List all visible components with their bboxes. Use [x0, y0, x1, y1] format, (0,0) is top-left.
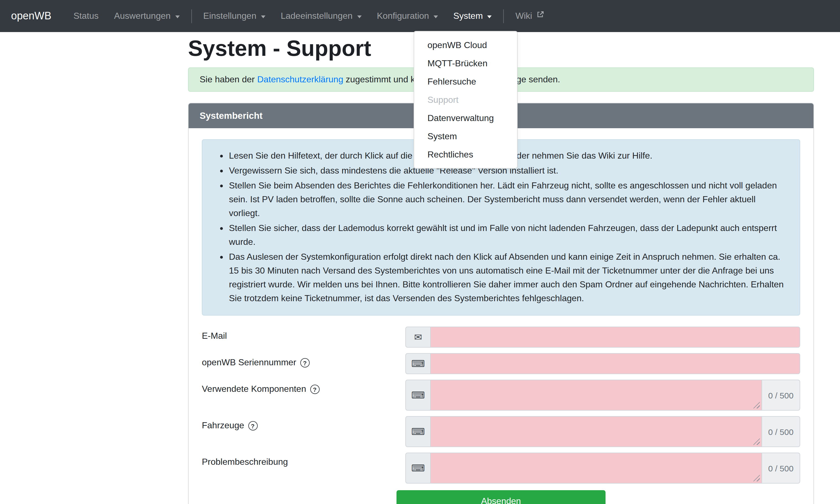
- nav-item-label: Auswertungen: [114, 11, 171, 21]
- email-input[interactable]: [431, 327, 800, 348]
- input-prepend: ⌨: [405, 380, 431, 411]
- keyboard-icon: ⌨: [411, 359, 425, 368]
- problembeschreibung-textarea-wrap: [431, 453, 762, 484]
- nav-divider: [191, 9, 192, 23]
- question-glyph: ?: [303, 359, 307, 366]
- top-navbar: openWB Status Auswertungen Einstellungen…: [0, 0, 840, 32]
- info-bullet: Das Auslesen der Systemkonfiguration erf…: [229, 250, 787, 305]
- nav-item-auswertungen[interactable]: Auswertungen: [106, 6, 187, 26]
- absenden-button[interactable]: Absenden: [397, 490, 606, 504]
- char-counter: 0 / 500: [762, 380, 800, 411]
- privacy-policy-link[interactable]: Datenschutzerklärung: [257, 75, 343, 84]
- system-dropdown-menu: openWB Cloud MQTT-Brücken Fehlersuche Su…: [414, 31, 518, 168]
- nav-item-einstellungen[interactable]: Einstellungen: [195, 6, 273, 26]
- help-icon[interactable]: ?: [300, 358, 310, 367]
- nav-item-label: Konfiguration: [377, 11, 429, 21]
- komponenten-textarea-wrap: [431, 380, 762, 411]
- info-bullet-list: Lesen Sie den Hilfetext, der durch Klick…: [211, 149, 787, 305]
- label-col: E-Mail: [202, 327, 405, 348]
- menu-item-openwb-cloud[interactable]: openWB Cloud: [414, 36, 517, 54]
- menu-item-rechtliches[interactable]: Rechtliches: [414, 145, 517, 164]
- fahrzeuge-textarea-wrap: [431, 416, 762, 447]
- menu-item-support: Support: [414, 91, 517, 109]
- seriennummer-input-group: ⌨: [405, 353, 800, 374]
- nav-item-ladeeinstellungen[interactable]: Ladeeinstellungen: [273, 6, 369, 26]
- external-link-icon: [537, 11, 544, 20]
- nav-item-label: System: [453, 11, 483, 21]
- envelope-icon: ✉: [414, 332, 422, 342]
- input-prepend: ✉: [405, 327, 431, 348]
- form-row-komponenten: Verwendete Komponenten ? ⌨ 0 / 500: [202, 380, 800, 411]
- input-prepend: ⌨: [405, 453, 431, 484]
- seriennummer-label: openWB Seriennummer: [202, 358, 296, 367]
- question-glyph: ?: [251, 422, 255, 429]
- chevron-down-icon: [261, 15, 265, 18]
- label-col: openWB Seriennummer ?: [202, 353, 405, 374]
- chevron-down-icon: [175, 15, 179, 18]
- consent-text-before: Sie haben der: [199, 75, 257, 84]
- label-col: Fahrzeuge ?: [202, 416, 405, 447]
- chevron-down-icon: [357, 15, 361, 18]
- help-icon[interactable]: ?: [310, 385, 319, 394]
- menu-item-datenverwaltung[interactable]: Datenverwaltung: [414, 109, 517, 127]
- info-bullet: Stellen Sie beim Absenden des Berichtes …: [229, 179, 787, 220]
- nav-item-wiki[interactable]: Wiki: [508, 6, 552, 26]
- menu-item-system[interactable]: System: [414, 127, 517, 145]
- komponenten-input-group: ⌨ 0 / 500: [405, 380, 800, 411]
- problembeschreibung-textarea[interactable]: [431, 453, 762, 483]
- email-label: E-Mail: [202, 331, 227, 341]
- nav-divider: [503, 9, 504, 23]
- komponenten-textarea[interactable]: [431, 380, 762, 410]
- keyboard-icon: ⌨: [411, 463, 425, 473]
- info-bullet: Stellen Sie sicher, dass der Lademodus k…: [229, 221, 787, 249]
- chevron-down-icon: [487, 15, 492, 18]
- form-row-problembeschreibung: Problembeschreibung ⌨ 0 / 500: [202, 453, 800, 484]
- label-col: Problembeschreibung: [202, 453, 405, 484]
- seriennummer-input[interactable]: [431, 353, 800, 374]
- input-prepend: ⌨: [405, 353, 431, 374]
- card-body: Lesen Sie den Hilfetext, der durch Klick…: [189, 128, 813, 504]
- fahrzeuge-textarea[interactable]: [431, 417, 762, 447]
- keyboard-icon: ⌨: [411, 391, 425, 400]
- form-row-email: E-Mail ✉: [202, 327, 800, 348]
- form-row-seriennummer: openWB Seriennummer ? ⌨: [202, 353, 800, 374]
- nav-item-label: Ladeeinstellungen: [281, 11, 352, 21]
- problembeschreibung-input-group: ⌨ 0 / 500: [405, 453, 800, 484]
- question-glyph: ?: [313, 386, 316, 393]
- problembeschreibung-label: Problembeschreibung: [202, 457, 288, 467]
- nav-item-label: Status: [73, 11, 99, 21]
- email-input-group: ✉: [405, 327, 800, 348]
- help-icon[interactable]: ?: [248, 421, 258, 431]
- chevron-down-icon: [434, 15, 438, 18]
- nav-item-konfiguration[interactable]: Konfiguration: [369, 6, 446, 26]
- fahrzeuge-input-group: ⌨ 0 / 500: [405, 416, 800, 447]
- browser-viewport: openWB Status Auswertungen Einstellungen…: [0, 0, 840, 504]
- nav-item-system[interactable]: System: [446, 6, 500, 26]
- input-prepend: ⌨: [405, 416, 431, 447]
- menu-item-mqtt-bruecken[interactable]: MQTT-Brücken: [414, 54, 517, 72]
- komponenten-label: Verwendete Komponenten: [202, 384, 306, 394]
- menu-item-fehlersuche[interactable]: Fehlersuche: [414, 72, 517, 91]
- label-col: Verwendete Komponenten ?: [202, 380, 405, 411]
- nav-item-label: Einstellungen: [203, 11, 256, 21]
- nav-item-label: Wiki: [515, 11, 532, 21]
- form-row-fahrzeuge: Fahrzeuge ? ⌨ 0 / 500: [202, 416, 800, 447]
- keyboard-icon: ⌨: [411, 427, 425, 436]
- fahrzeuge-label: Fahrzeuge: [202, 420, 244, 431]
- char-counter: 0 / 500: [762, 453, 800, 484]
- char-counter: 0 / 500: [762, 416, 800, 447]
- nav-item-status[interactable]: Status: [66, 6, 106, 26]
- brand-logo[interactable]: openWB: [11, 10, 51, 22]
